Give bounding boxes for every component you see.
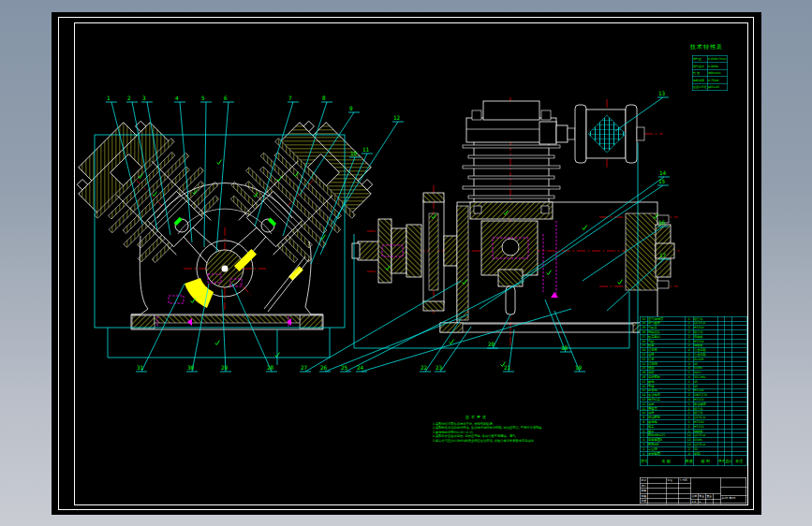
part-callout-8: 8 bbox=[322, 95, 326, 101]
spec-cell: φ65×45 bbox=[707, 83, 727, 91]
tech-notes: 技术要求 1.装配前所有零件须清洗干净, 去除毛刺铁屑。2.装配时各运动副涂润滑… bbox=[433, 415, 573, 443]
spec-cell: 电机功率 bbox=[692, 77, 707, 84]
parts-header-cell: 序号 bbox=[640, 456, 647, 466]
spec-cell: 960r/min bbox=[707, 69, 727, 77]
tb-row-label: 校核 bbox=[642, 489, 647, 492]
cad-viewport: 技术特性表 排气量0.036m³/min排气压力0.8MPa转 速960r/mi… bbox=[0, 0, 812, 526]
part-callout-14: 14 bbox=[659, 169, 666, 176]
tb-sheet-info: 共1张 第1张 bbox=[722, 497, 736, 500]
part-callout-2: 2 bbox=[127, 95, 131, 101]
part-callout-27: 27 bbox=[301, 364, 307, 371]
spec-row: 排气压力0.8MPa bbox=[692, 63, 727, 70]
part-callout-7: 7 bbox=[288, 95, 292, 101]
part-callout-23: 23 bbox=[436, 364, 442, 371]
part-callout-20: 20 bbox=[488, 341, 495, 347]
part-callout-9: 9 bbox=[349, 105, 353, 111]
part-callout-13: 13 bbox=[658, 90, 665, 96]
part-callout-11: 11 bbox=[362, 146, 369, 153]
spec-cell: 0.036m³/min bbox=[707, 55, 727, 63]
part-callout-12: 12 bbox=[393, 114, 400, 121]
parts-header-cell: 材 料 bbox=[693, 456, 717, 466]
part-callout-4: 4 bbox=[175, 95, 179, 101]
part-callout-16: 16 bbox=[658, 219, 665, 226]
parts-header-cell: 名 称 bbox=[647, 456, 685, 466]
part-callout-6: 6 bbox=[224, 95, 228, 101]
part-callout-29: 29 bbox=[221, 364, 228, 371]
part-callout-19: 19 bbox=[575, 364, 582, 371]
spec-row: 排气量0.036m³/min bbox=[692, 55, 727, 63]
tb-row-label: 标记 bbox=[642, 479, 647, 482]
tech-notes-wrap: 技术要求 1.装配前所有零件须清洗干净, 去除毛刺铁屑。2.装配时各运动副涂润滑… bbox=[433, 415, 573, 443]
part-callout-25: 25 bbox=[341, 364, 347, 371]
tech-note-item: 5.额定排气压力0.8MPa时安全阀应自动开启, 试验合格后外表面涂灰色油漆。 bbox=[433, 439, 573, 444]
part-callout-31: 31 bbox=[137, 364, 143, 371]
parts-header-cell: 总计 bbox=[725, 456, 732, 466]
spec-cell: 缸径×行程 bbox=[692, 83, 707, 91]
tech-notes-title: 技术要求 bbox=[465, 415, 573, 420]
part-callout-24: 24 bbox=[357, 364, 363, 371]
parts-header-cell: 备注 bbox=[731, 456, 746, 466]
tb-row-label: 设计 bbox=[642, 484, 647, 487]
parts-header-cell: 单件 bbox=[717, 456, 725, 466]
part-callout-18: 18 bbox=[561, 344, 568, 351]
title-block: 标记 设计 校核 审核 批准 签名 年月日 比例 1:2 数量 1 重量 共1张… bbox=[640, 477, 746, 504]
part-callout-22: 22 bbox=[421, 364, 427, 371]
part-callout-28: 28 bbox=[267, 364, 273, 371]
part-callout-17: 17 bbox=[659, 252, 666, 258]
part-callout-30: 30 bbox=[187, 364, 194, 371]
spec-cell: 转 速 bbox=[692, 69, 707, 77]
spec-cell: 0.8MPa bbox=[707, 63, 727, 70]
spec-table-wrap: 排气量0.036m³/min排气压力0.8MPa转 速960r/min电机功率0… bbox=[692, 55, 727, 91]
part-callout-10: 10 bbox=[350, 150, 357, 156]
parts-list-table: 31空气滤清器1组合件30进气接管1Q235-A29气缸盖2HT20028阀板组… bbox=[640, 316, 747, 466]
spec-row: 缸径×行程φ65×45 bbox=[692, 83, 727, 91]
tb-qty-value: 1 bbox=[700, 500, 701, 503]
parts-list-wrap: 31空气滤清器1组合件30进气接管1Q235-A29气缸盖2HT20028阀板组… bbox=[640, 316, 747, 466]
tb-col-label: 签名 bbox=[668, 479, 673, 482]
part-callout-15: 15 bbox=[658, 178, 665, 184]
part-callout-21: 21 bbox=[504, 364, 510, 371]
tb-row-label: 审核 bbox=[642, 494, 647, 497]
part-callout-5: 5 bbox=[201, 95, 205, 101]
tb-scale-value: 1:2 bbox=[692, 500, 696, 503]
parts-header-row: 序号名 称数量材 料单件总计备注 bbox=[640, 456, 746, 466]
spec-row: 转 速960r/min bbox=[692, 69, 727, 77]
spec-row: 电机功率0.75kW bbox=[692, 77, 727, 84]
part-callout-1: 1 bbox=[107, 95, 111, 101]
tb-qty-label: 数量 bbox=[700, 495, 705, 498]
spec-table: 排气量0.036m³/min排气压力0.8MPa转 速960r/min电机功率0… bbox=[692, 55, 727, 91]
part-callout-3: 3 bbox=[142, 95, 146, 101]
spec-table-title: 技术特性表 bbox=[690, 44, 723, 50]
annotation-overlay: 技术特性表 排气量0.036m³/min排气压力0.8MPa转 速960r/mi… bbox=[0, 0, 812, 526]
spec-cell: 排气压力 bbox=[692, 63, 707, 70]
tb-weight-label: 重量 bbox=[707, 495, 713, 498]
spec-cell: 排气量 bbox=[692, 55, 707, 63]
parts-header-cell: 数量 bbox=[685, 456, 693, 466]
tb-col-label: 年月日 bbox=[680, 479, 687, 482]
spec-cell: 0.75kW bbox=[707, 77, 727, 84]
tb-scale-label: 比例 bbox=[692, 495, 698, 498]
tb-row-label: 批准 bbox=[642, 500, 647, 503]
part-callout-26: 26 bbox=[320, 364, 327, 371]
